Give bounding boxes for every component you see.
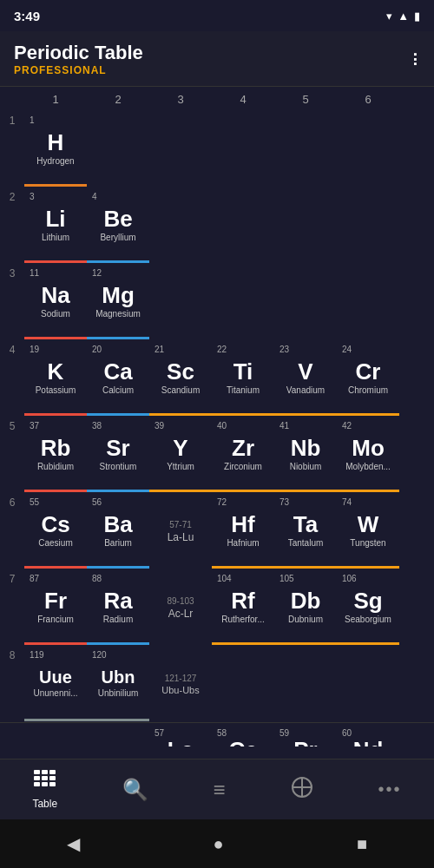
element-Ti[interactable]: 22 Ti Titanium <box>212 341 274 416</box>
header-title-block: Periodic Table PROFESSIONAL <box>14 42 143 76</box>
element-Be[interactable]: 4 Be Beryllium <box>87 188 149 263</box>
element-Zr[interactable]: 40 Zr Zirconium <box>212 418 274 492</box>
filter-icon[interactable]: ⫶ <box>411 48 420 70</box>
home-button[interactable]: ● <box>213 834 223 854</box>
element-V[interactable]: 23 V Vanadium <box>274 341 337 416</box>
col-header-6: 6 <box>337 93 399 106</box>
col-header-4: 4 <box>212 93 274 106</box>
period-1-row: 1 1 H Hydrogen <box>0 111 434 187</box>
element-Nd[interactable]: 60 Nd Neodymiu... <box>337 725 399 747</box>
element-Na[interactable]: 11 Na Sodium <box>24 265 87 339</box>
element-Db[interactable]: 105 Db Dubnium <box>274 570 337 645</box>
back-button[interactable]: ◀ <box>67 833 80 854</box>
svg-rect-4 <box>42 776 48 780</box>
column-headers: 1 2 3 4 5 6 <box>0 87 434 111</box>
element-Ba[interactable]: 56 Ba Barium <box>87 494 149 569</box>
element-La[interactable]: 57 La Lanthanum <box>149 725 212 747</box>
col-header-1: 1 <box>24 93 87 106</box>
lanthanide-row: 57 La Lanthanum 58 Ce Cerium 59 Pr Prase… <box>0 722 434 746</box>
svg-rect-8 <box>49 782 56 786</box>
period-2-num: 2 <box>0 187 24 203</box>
col-header-5: 5 <box>274 93 337 106</box>
period-5-num: 5 <box>0 417 24 432</box>
element-Nb[interactable]: 41 Nb Niobium <box>274 418 337 492</box>
periodic-table-area: 1 2 3 4 5 6 1 1 H Hydrogen 2 3 Li Lithiu… <box>0 87 434 746</box>
element-Uue[interactable]: 119 Uue Ununenni... <box>24 647 87 721</box>
element-Mg[interactable]: 12 Mg Magnesium <box>87 265 149 339</box>
recent-button[interactable]: ■ <box>357 834 367 854</box>
list-icon: ≡ <box>214 778 226 802</box>
wifi-icon: ▾ <box>386 10 392 23</box>
element-Ce[interactable]: 58 Ce Cerium <box>212 725 274 747</box>
element-Sr[interactable]: 38 Sr Strontium <box>87 418 149 492</box>
quiz-icon <box>291 776 313 804</box>
period-4-num: 4 <box>0 340 24 356</box>
period-8-row: 8 119 Uue Ununenni... 120 Ubn Unbinilium… <box>0 646 434 722</box>
android-nav-bar: ◀ ● ■ <box>0 819 434 868</box>
svg-rect-5 <box>49 776 56 780</box>
app-subtitle: PROFESSIONAL <box>14 64 143 76</box>
status-icons: ▾ ▲ ▮ <box>386 10 420 23</box>
nav-more[interactable]: ••• <box>378 779 402 799</box>
bottom-navigation: Table 🔍 ≡ ••• <box>0 759 434 819</box>
element-K[interactable]: 19 K Potassium <box>24 341 87 416</box>
element-Li[interactable]: 3 Li Lithium <box>24 188 87 263</box>
element-Cs[interactable]: 55 Cs Caesium <box>24 494 87 569</box>
element-Cr[interactable]: 24 Cr Chromium <box>337 341 399 416</box>
element-Y[interactable]: 39 Y Yttrium <box>149 418 212 492</box>
period-7-num: 7 <box>0 569 24 585</box>
element-Fr[interactable]: 87 Fr Francium <box>24 570 87 645</box>
element-Rb[interactable]: 37 Rb Rubidium <box>24 418 87 492</box>
col-header-3: 3 <box>149 93 212 106</box>
table-icon <box>34 770 56 794</box>
nav-search[interactable]: 🔍 <box>122 778 148 802</box>
period-7-row: 7 87 Fr Francium 88 Ra Radium 89-103 Ac-… <box>0 569 434 646</box>
period-4-row: 4 19 K Potassium 20 Ca Calcium 21 Sc Sca… <box>0 340 434 417</box>
search-icon: 🔍 <box>122 778 148 802</box>
element-Rf[interactable]: 104 Rf Rutherfor... <box>212 570 274 645</box>
period-1-num: 1 <box>0 111 24 127</box>
svg-rect-0 <box>34 770 40 774</box>
battery-icon: ▮ <box>414 10 420 23</box>
period-6-row: 6 55 Cs Caesium 56 Ba Barium 57-71 La-Lu… <box>0 493 434 569</box>
svg-rect-3 <box>34 776 40 780</box>
element-Ta[interactable]: 73 Ta Tantalum <box>274 494 337 569</box>
nav-quiz[interactable] <box>291 776 313 804</box>
status-bar: 3:49 ▾ ▲ ▮ <box>0 0 434 31</box>
element-La-Lu[interactable]: 57-71 La-Lu <box>149 494 212 569</box>
element-Sc[interactable]: 21 Sc Scandium <box>149 341 212 416</box>
element-Ubu-Ubs[interactable]: 121-127 Ubu-Ubs <box>149 647 212 721</box>
period-3-num: 3 <box>0 264 24 279</box>
period-3-row: 3 11 Na Sodium 12 Mg Magnesium <box>0 264 434 340</box>
status-time: 3:49 <box>14 9 40 23</box>
more-icon: ••• <box>378 779 402 799</box>
element-W[interactable]: 74 W Tungsten <box>337 494 399 569</box>
period-6-num: 6 <box>0 493 24 509</box>
period-8-num: 8 <box>0 646 24 661</box>
svg-rect-2 <box>49 770 56 774</box>
element-H[interactable]: 1 H Hydrogen <box>24 112 87 187</box>
element-Sg[interactable]: 106 Sg Seaborgium <box>337 570 399 645</box>
col-header-2: 2 <box>87 93 149 106</box>
nav-table[interactable]: Table <box>32 770 57 810</box>
element-Ra[interactable]: 88 Ra Radium <box>87 570 149 645</box>
svg-rect-1 <box>42 770 48 774</box>
svg-rect-6 <box>34 782 40 786</box>
element-Mo[interactable]: 42 Mo Molybden... <box>337 418 399 492</box>
element-Pr[interactable]: 59 Pr Praseody... <box>274 725 337 747</box>
signal-icon: ▲ <box>398 10 409 23</box>
element-Ac-Lr[interactable]: 89-103 Ac-Lr <box>149 570 212 645</box>
nav-table-label: Table <box>32 798 57 810</box>
element-Ca[interactable]: 20 Ca Calcium <box>87 341 149 416</box>
period-2-row: 2 3 Li Lithium 4 Be Beryllium <box>0 187 434 264</box>
element-Hf[interactable]: 72 Hf Hafnium <box>212 494 274 569</box>
app-header: Periodic Table PROFESSIONAL ⫶ <box>0 31 434 87</box>
nav-list[interactable]: ≡ <box>214 778 226 802</box>
element-Ubn[interactable]: 120 Ubn Unbinilium <box>87 647 149 721</box>
app-title: Periodic Table <box>14 42 143 64</box>
period-5-row: 5 37 Rb Rubidium 38 Sr Strontium 39 Y Yt… <box>0 417 434 493</box>
svg-rect-7 <box>42 782 48 786</box>
